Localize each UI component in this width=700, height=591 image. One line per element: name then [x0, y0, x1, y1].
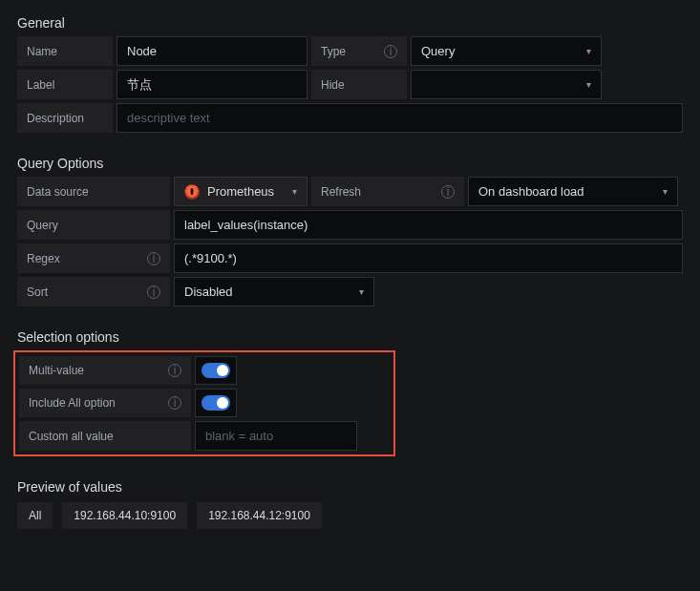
- info-icon[interactable]: i: [168, 364, 181, 377]
- row-include-all: Include All option i: [19, 389, 393, 417]
- info-icon[interactable]: i: [147, 252, 160, 265]
- row-datasource-refresh: Data source Prometheus ▾ Refresh i On da…: [17, 177, 683, 206]
- row-regex: Regex i: [17, 243, 683, 273]
- custom-all-value-input[interactable]: [195, 421, 357, 451]
- datasource-value: Prometheus: [207, 184, 285, 199]
- section-heading-selection-options: Selection options: [17, 329, 683, 345]
- label-refresh: Refresh i: [311, 177, 464, 206]
- info-icon[interactable]: i: [441, 185, 455, 199]
- include-all-toggle[interactable]: [202, 395, 230, 411]
- preview-values: All 192.168.44.10:9100 192.168.44.12:910…: [17, 502, 683, 529]
- row-sort: Sort i Disabled ▾: [17, 277, 683, 306]
- description-input[interactable]: [117, 103, 683, 133]
- toggle-knob: [217, 365, 228, 376]
- label-include-all-text: Include All option: [29, 396, 116, 410]
- prometheus-icon: [184, 184, 200, 200]
- chevron-down-icon: ▾: [586, 79, 591, 90]
- section-heading-preview: Preview of values: [17, 479, 683, 495]
- label-label: Label: [17, 70, 113, 99]
- row-label-hide: Label Hide ▾: [17, 70, 683, 99]
- label-description: Description: [17, 103, 113, 133]
- sort-select-value: Disabled: [184, 285, 233, 299]
- label-custom-all-value: Custom all value: [19, 421, 191, 451]
- row-custom-all-value: Custom all value: [19, 421, 393, 451]
- label-sort-text: Sort: [27, 285, 48, 299]
- refresh-select[interactable]: On dashboard load ▾: [468, 177, 678, 206]
- preview-tag[interactable]: All: [17, 502, 53, 529]
- label-type-text: Type: [321, 45, 346, 58]
- label-include-all: Include All option i: [19, 389, 191, 417]
- label-regex: Regex i: [17, 243, 170, 273]
- include-all-toggle-cell: [195, 389, 237, 417]
- chevron-down-icon: ▾: [292, 186, 297, 197]
- row-description: Description: [17, 103, 683, 133]
- chevron-down-icon: ▾: [359, 286, 364, 297]
- label-type: Type i: [311, 36, 407, 66]
- chevron-down-icon: ▾: [663, 186, 668, 197]
- refresh-select-value: On dashboard load: [478, 184, 584, 199]
- type-select[interactable]: Query ▾: [411, 36, 602, 66]
- selection-options-highlight: Multi-value i Include All option i Custo…: [13, 350, 395, 456]
- preview-tag[interactable]: 192.168.44.12:9100: [197, 502, 322, 529]
- regex-input[interactable]: [174, 243, 683, 273]
- label-sort: Sort i: [17, 277, 170, 306]
- label-name: Name: [17, 36, 113, 66]
- row-multi-value: Multi-value i: [19, 356, 393, 385]
- query-input[interactable]: [174, 210, 683, 240]
- info-icon[interactable]: i: [384, 45, 397, 58]
- section-heading-query-options: Query Options: [17, 156, 683, 171]
- label-regex-text: Regex: [27, 252, 60, 265]
- multi-value-toggle[interactable]: [202, 363, 230, 378]
- info-icon[interactable]: i: [147, 285, 160, 299]
- multi-value-toggle-cell: [195, 356, 237, 385]
- label-multi-value-text: Multi-value: [29, 364, 84, 377]
- row-name-type: Name Type i Query ▾: [17, 36, 683, 66]
- info-icon[interactable]: i: [168, 396, 181, 410]
- label-datasource: Data source: [17, 177, 170, 206]
- datasource-select[interactable]: Prometheus ▾: [174, 177, 308, 206]
- preview-tag[interactable]: 192.168.44.10:9100: [62, 502, 187, 529]
- label-hide: Hide: [311, 70, 407, 99]
- type-select-value: Query: [421, 44, 455, 58]
- toggle-knob: [217, 397, 228, 409]
- label-refresh-text: Refresh: [321, 185, 361, 199]
- label-multi-value: Multi-value i: [19, 356, 191, 385]
- sort-select[interactable]: Disabled ▾: [174, 277, 374, 306]
- chevron-down-icon: ▾: [586, 46, 591, 56]
- section-heading-general: General: [17, 15, 683, 31]
- row-query: Query: [17, 210, 683, 240]
- label-input[interactable]: [117, 70, 308, 99]
- name-input[interactable]: [117, 36, 308, 66]
- label-query: Query: [17, 210, 170, 240]
- hide-select[interactable]: ▾: [411, 70, 602, 99]
